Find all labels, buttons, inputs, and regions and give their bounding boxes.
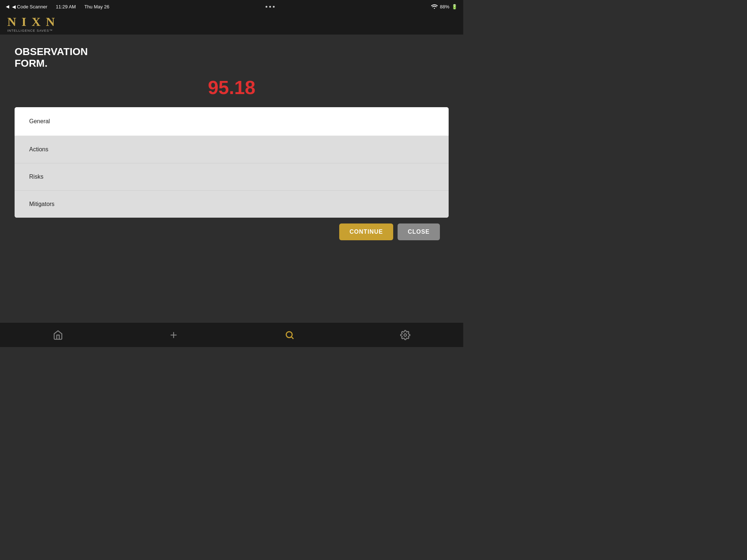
status-time: 11:29 AM [56,4,76,9]
section-general-label: General [29,118,50,124]
back-arrow[interactable]: ◀ [6,4,9,9]
dot-3 [273,6,275,8]
form-section-gray: Actions Risks Mitigators [15,136,449,218]
tab-settings[interactable] [394,324,416,346]
status-center-dots [266,6,275,8]
dot-1 [266,6,267,8]
status-date: Thu May 26 [84,4,109,9]
section-general[interactable]: General [15,107,449,136]
app-name: ◀ Code Scanner [12,4,47,9]
tab-bar [0,322,463,347]
dot-2 [269,6,271,8]
section-risks-label: Risks [29,174,43,180]
battery-icon: 🔋 [452,4,457,9]
svg-point-2 [286,331,292,337]
status-bar: ◀ ◀ Code Scanner 11:29 AM Thu May 26 88%… [0,0,463,13]
logo-bar: N I X N INTELLIGENCE SAVES™ [0,13,463,35]
battery-level: 88% [440,4,449,9]
svg-line-3 [291,337,293,339]
logo-container: N I X N INTELLIGENCE SAVES™ [7,16,56,32]
close-button[interactable]: CLOSE [398,223,440,240]
section-mitigators-label: Mitigators [29,201,54,207]
score-value: 95.18 [15,77,449,98]
button-row: CONTINUE CLOSE [15,218,449,246]
wifi-icon [431,4,438,10]
section-actions-label: Actions [29,146,48,152]
logo-subtitle: INTELLIGENCE SAVES™ [7,29,56,32]
logo-main: N I X N [7,16,56,28]
svg-point-4 [404,334,407,336]
tab-search[interactable] [279,324,301,346]
continue-button[interactable]: CONTINUE [339,223,393,240]
page-title: OBSERVATIONFORM. [15,46,449,69]
tab-home[interactable] [47,324,69,346]
status-right: 88% 🔋 [431,4,457,10]
status-left: ◀ ◀ Code Scanner 11:29 AM Thu May 26 [6,4,109,9]
section-actions[interactable]: Actions [15,136,449,163]
tab-add[interactable] [163,324,185,346]
section-risks[interactable]: Risks [15,163,449,191]
main-content: OBSERVATIONFORM. 95.18 General Actions R… [0,35,463,253]
form-container: General Actions Risks Mitigators [15,107,449,218]
section-mitigators[interactable]: Mitigators [15,191,449,218]
